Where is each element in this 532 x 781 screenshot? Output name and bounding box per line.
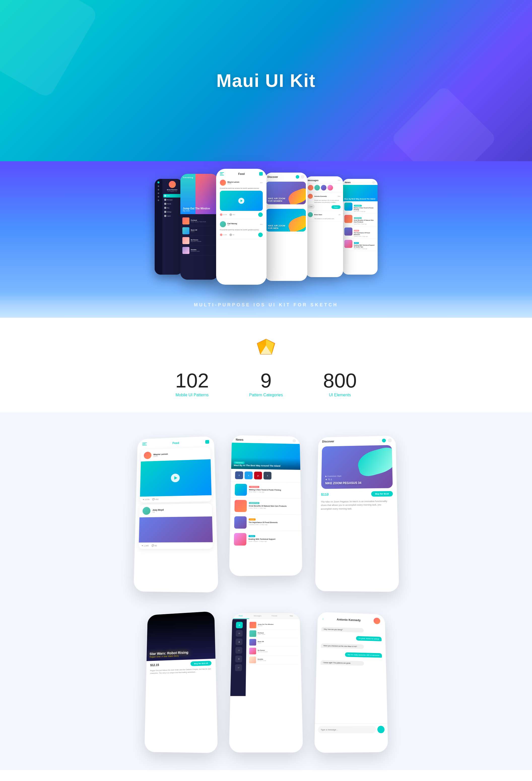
edit-icon[interactable] [205,440,209,444]
more-options-icon[interactable]: ••• [338,179,340,182]
username: Carl Harvey [228,223,237,224]
social-share-row: f t p t [231,469,300,482]
twitter-share-button[interactable]: t [245,471,253,479]
nav-item-map[interactable]: Map [283,613,300,619]
post-time: 20min [153,455,168,457]
list-item[interactable]: No Favors Big Sean, Eminem [248,647,299,656]
facebook-share-button[interactable]: f [235,471,243,479]
feed-post-card[interactable]: Joey Boyd 1hr ♥ 1,345 💬 82 [139,503,213,549]
more-options-icon[interactable]: ••• [260,223,263,226]
search-icon[interactable] [388,439,392,442]
news-item[interactable]: LIFESTYLE Great Benefits Of Natural Skin… [342,214,378,226]
messages-header: Messages ••• [305,176,343,183]
menu-icon[interactable] [220,172,224,175]
message-item[interactable]: Brian Sean 1hr The article is so well wr… [305,211,343,222]
avatar[interactable] [308,185,313,191]
play-button[interactable] [238,198,244,204]
news-item-meta: Austin Harper • 3 days ago [248,541,275,542]
like-count: 1,345 [223,234,227,236]
news-content: TECH Dealing With Technical Support Aust… [248,533,275,546]
phone-3d-news: News TRENDING Maui By At The Best Way Ar… [229,435,302,576]
avatar[interactable] [327,185,333,191]
news-item-meta: Brian Sean • 1 day ago [354,211,376,212]
feed-post-card[interactable]: Wayne Larson 20min ♥ 3,578 💬 452 [140,447,212,503]
sidebar-icon-map[interactable]: ⊙ [235,647,242,654]
avatar [169,181,176,188]
message-input[interactable] [318,726,376,733]
list-item[interactable]: Portland Drake, Quavo [248,629,298,638]
avatar[interactable] [321,185,326,191]
list-item-info: Humble. Kendrick Lamar [257,659,266,661]
sidebar-item-feed[interactable]: Feed [163,194,181,198]
sidebar-item-logout[interactable]: Logout [163,214,181,218]
sidebar-icon-messages[interactable]: ✉ [236,630,243,636]
product-card[interactable]: NIKE AIR ZOOMFOR MEN [266,209,306,232]
messages-avatars-row [305,183,343,192]
settings-icon [164,211,166,213]
tumblr-share-button[interactable]: t [263,471,272,480]
news-item-meta: Carolina Lewis • 3 days ago [354,236,376,237]
sidebar-item-settings[interactable]: Settings [163,210,181,214]
pinterest-share-button[interactable]: p [254,471,262,480]
list-item[interactable]: Jump Out The Window Big Sean [249,621,298,629]
sidebar-icon-feed[interactable]: ⊞ [236,622,243,628]
more-options-icon[interactable]: ••• [260,181,263,184]
list-item[interactable]: Humble. Kendrick Lamar [248,656,299,664]
search-icon[interactable] [372,181,375,184]
news-item-title: Making A New Trend in Poster Printing [249,489,281,491]
discover-grid-phone: Discover ▶ Customize Style ★ 71.1 NIKE Z… [316,433,397,589]
message-item[interactable]: Antonio Kennedy 5min People are wanting … [305,192,343,211]
phone-3d-discover: Discover ▶ Customize Style ★ 71.1 NIKE Z… [315,436,399,592]
sidebar-icon-logout[interactable]: ↩ [235,664,242,671]
news-item[interactable]: TECH Dealing With Technical Support Aust… [230,531,302,547]
edit-icon[interactable] [259,172,263,176]
list-item[interactable]: Portland Drake, Quavo, Travis Scott [182,216,216,226]
sidebar-item-map[interactable]: Map [163,206,181,210]
nav-dot [158,200,159,201]
list-item[interactable]: Humble. Kendrick Lamar [182,246,216,255]
nav-item-friends[interactable]: Friends [266,613,283,619]
news-item[interactable]: FOOD The Importance Of Food Elements Car… [342,226,378,239]
avatar[interactable] [314,185,320,191]
list-item-subtitle: Future [258,642,264,644]
nav-item-feed[interactable]: Feed [232,613,249,619]
back-icon[interactable]: ‹ [322,617,323,621]
sidebar-item-messages[interactable]: Messages [163,198,181,202]
list-item[interactable]: Mask Off Future [182,226,216,236]
news-item[interactable]: TECH Dealing With Technical Support 10 U… [342,239,378,251]
cart-icon[interactable] [382,439,386,442]
sidebar-icon-settings[interactable]: ⚙ [235,656,242,662]
search-icon[interactable] [301,175,304,179]
send-button[interactable] [377,726,385,733]
news-item-title: Dealing With Technical Support [248,538,275,540]
nav-item-messages[interactable]: Messages [249,613,266,619]
discover-actions [296,175,304,179]
search-icon[interactable] [292,439,296,442]
reply-button[interactable]: Reply [331,205,340,209]
menu-icon[interactable] [142,443,147,446]
cart-icon[interactable] [296,175,299,179]
news-thumbnail [344,228,353,236]
list-item[interactable]: Mask Off Future [248,638,298,647]
hero-title: Maui UI Kit [216,70,316,91]
share-button[interactable] [258,212,263,217]
news-tag: FOOD [354,230,359,232]
news-item[interactable]: TRENDING Making A New Trend In Poster Pr… [342,201,378,214]
message-preview: The article is so well written and... [308,218,340,220]
news-item-title: Dealing With Technical Support 10 Useful… [354,244,376,248]
sidebar-icon-friends[interactable]: ♟ [236,639,243,645]
product-card[interactable]: NIKE AIR ZOOMFOR WOMEN [266,182,306,204]
buy-button[interactable]: Buy for $110 [371,491,393,497]
sidebar-item-friends[interactable]: Friends [163,202,181,206]
share-button[interactable] [258,233,263,237]
messages-phone: Messages ••• Antonio Kennedy 5min People… [305,176,343,277]
list-item[interactable]: No Favors Big Sean, Eminem [182,236,216,246]
play-button[interactable] [171,474,179,483]
buy-button[interactable]: Buy for $12.15 [191,661,212,666]
news-item[interactable]: LIFESTYLE Great Benefits Of Natural Skin… [230,498,301,514]
product-card[interactable]: ▶ Customize Style ★ 71.1 NIKE ZOOM PEGAS… [321,445,393,489]
news-thumbnail [235,500,247,512]
later-button[interactable]: Later [308,204,315,209]
news-item[interactable]: TRENDING Making A New Trend in Poster Pr… [231,482,301,498]
news-item[interactable]: FOOD The Importance Of Food Elements Car… [230,514,301,531]
